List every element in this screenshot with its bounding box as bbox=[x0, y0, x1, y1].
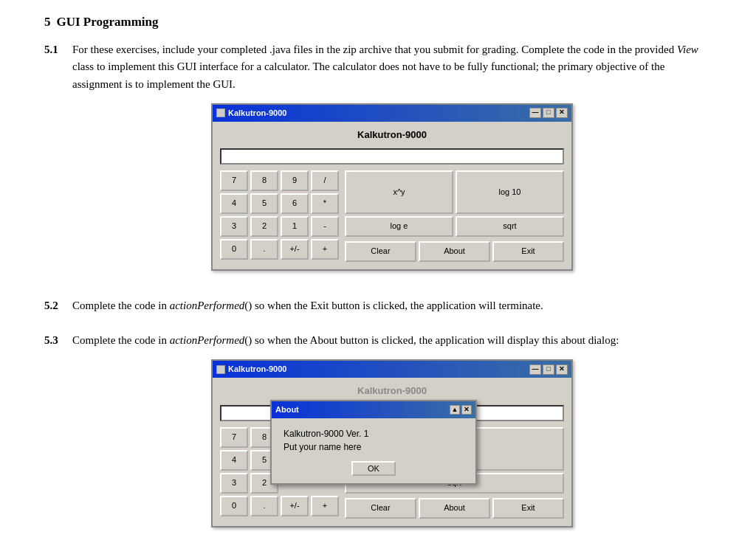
c2-btn-clear[interactable]: Clear bbox=[345, 498, 416, 519]
about-ok-row: OK bbox=[284, 461, 464, 476]
btn-add[interactable]: + bbox=[311, 239, 339, 260]
btn-div[interactable]: / bbox=[311, 170, 339, 191]
section-header: 5 GUI Programming bbox=[44, 15, 712, 30]
calc2-restore-button[interactable]: ― bbox=[529, 364, 541, 375]
dialog-up-button[interactable]: ▲ bbox=[450, 405, 460, 415]
btn-sub[interactable]: - bbox=[311, 216, 339, 237]
calc2-wrapper: Kalkutron-9000 ― □ ✕ Kalkutron-9000 bbox=[211, 359, 573, 527]
btn-5[interactable]: 5 bbox=[250, 193, 278, 214]
about-dialog-body: Kalkutron-9000 Ver. 1 Put your name here… bbox=[272, 418, 475, 483]
calc1-right-panel: x^y log 10 log e sqrt Clear About Exit bbox=[345, 170, 564, 262]
close-button[interactable]: ✕ bbox=[556, 108, 568, 118]
btn-1[interactable]: 1 bbox=[281, 216, 309, 237]
calc1-right-top: x^y log 10 bbox=[345, 170, 564, 214]
c2-btn-add[interactable]: + bbox=[311, 496, 339, 516]
btn-about[interactable]: About bbox=[419, 241, 490, 262]
exercise-53-num: 5.3 bbox=[44, 332, 72, 540]
btn-posneg[interactable]: +/- bbox=[281, 239, 309, 260]
about-line2: Put your name here bbox=[284, 440, 464, 454]
about-dialog-title: About bbox=[275, 404, 299, 416]
btn-mul[interactable]: * bbox=[311, 193, 339, 214]
calc2-window-title: Kalkutron-9000 bbox=[220, 384, 564, 398]
calc2-close-button[interactable]: ✕ bbox=[556, 364, 568, 375]
btn-log10[interactable]: log 10 bbox=[456, 170, 564, 214]
dialog-controls[interactable]: ▲ ✕ bbox=[450, 405, 472, 415]
btn-6[interactable]: 6 bbox=[281, 193, 309, 214]
titlebar-icon bbox=[216, 108, 225, 117]
c2-btn-0[interactable]: 0 bbox=[220, 496, 248, 516]
c2-btn-exit[interactable]: Exit bbox=[492, 498, 564, 519]
about-dialog: About ▲ ✕ Kalkutron-9000 Ver. 1 Put your… bbox=[270, 400, 477, 485]
btn-exit[interactable]: Exit bbox=[492, 241, 564, 262]
exercise-51: 5.1 For these exercises, include your co… bbox=[44, 41, 712, 284]
calc1-display[interactable] bbox=[220, 148, 564, 165]
calc2-bottom-buttons: Clear About Exit bbox=[345, 498, 564, 519]
exercise-52: 5.2 Complete the code in actionPerformed… bbox=[44, 297, 712, 319]
restore-button[interactable]: ― bbox=[529, 108, 541, 118]
exercise-52-text: Complete the code in actionPerformed() s… bbox=[72, 297, 712, 319]
calc1-titlebar: Kalkutron-9000 ― □ ✕ bbox=[213, 105, 571, 122]
calc2-titlebar-icon bbox=[216, 365, 225, 374]
c2-btn-posneg[interactable]: +/- bbox=[281, 496, 309, 516]
calc1-bottom-buttons: Clear About Exit bbox=[345, 241, 564, 262]
btn-9[interactable]: 9 bbox=[281, 170, 309, 191]
c2-btn-about[interactable]: About bbox=[419, 498, 490, 519]
btn-2[interactable]: 2 bbox=[250, 216, 278, 237]
c2-btn-3[interactable]: 3 bbox=[220, 473, 248, 494]
c2-btn-dot[interactable]: . bbox=[250, 496, 278, 516]
exercise-53: 5.3 Complete the code in actionPerformed… bbox=[44, 332, 712, 540]
section-number: 5 bbox=[44, 15, 51, 30]
calc2-titlebar: Kalkutron-9000 ― □ ✕ bbox=[213, 361, 571, 378]
maximize-button[interactable]: □ bbox=[543, 108, 554, 118]
calc2-titlebar-controls[interactable]: ― □ ✕ bbox=[529, 364, 568, 375]
btn-7[interactable]: 7 bbox=[220, 170, 248, 191]
about-dialog-titlebar: About ▲ ✕ bbox=[272, 401, 475, 418]
btn-3[interactable]: 3 bbox=[220, 216, 248, 237]
calc2-title-text: Kalkutron-9000 bbox=[228, 363, 286, 376]
calc1-layout: 7 8 9 / 4 5 6 * 3 2 1 - 0 bbox=[220, 170, 564, 262]
btn-xpowy[interactable]: x^y bbox=[345, 170, 453, 214]
titlebar-controls[interactable]: ― □ ✕ bbox=[529, 108, 568, 118]
about-line1: Kalkutron-9000 Ver. 1 bbox=[284, 427, 464, 440]
btn-clear[interactable]: Clear bbox=[345, 241, 416, 262]
btn-loge[interactable]: log e bbox=[345, 216, 453, 237]
btn-4[interactable]: 4 bbox=[220, 193, 248, 214]
calc1-title-text: Kalkutron-9000 bbox=[228, 107, 286, 120]
btn-dot[interactable]: . bbox=[250, 239, 278, 260]
calc1-body: Kalkutron-9000 7 8 9 / 4 5 6 * 3 bbox=[213, 122, 571, 269]
calculator-1-window: Kalkutron-9000 ― □ ✕ Kalkutron-9000 7 8 bbox=[211, 103, 573, 271]
dialog-close-button[interactable]: ✕ bbox=[461, 405, 472, 415]
about-dialog-text: Kalkutron-9000 Ver. 1 Put your name here bbox=[284, 427, 464, 454]
calc2-maximize-button[interactable]: □ bbox=[543, 364, 554, 375]
btn-8[interactable]: 8 bbox=[250, 170, 278, 191]
calc1-numpad: 7 8 9 / 4 5 6 * 3 2 1 - 0 bbox=[220, 170, 339, 262]
exercise-51-num: 5.1 bbox=[44, 41, 72, 284]
btn-sqrt[interactable]: sqrt bbox=[456, 216, 564, 237]
calc1-right-mid: log e sqrt bbox=[345, 216, 564, 237]
exercise-51-text: For these exercises, include your comple… bbox=[72, 41, 712, 284]
exercise-52-num: 5.2 bbox=[44, 297, 72, 319]
c2-btn-7[interactable]: 7 bbox=[220, 427, 248, 448]
calc1-window-title: Kalkutron-9000 bbox=[220, 128, 564, 142]
c2-btn-4[interactable]: 4 bbox=[220, 450, 248, 471]
btn-0[interactable]: 0 bbox=[220, 239, 248, 260]
calculator-1-container: Kalkutron-9000 ― □ ✕ Kalkutron-9000 7 8 bbox=[72, 103, 712, 271]
section-label: GUI Programming bbox=[57, 15, 159, 30]
calculator-2-container: Kalkutron-9000 ― □ ✕ Kalkutron-9000 bbox=[72, 359, 712, 527]
about-ok-button[interactable]: OK bbox=[351, 461, 396, 476]
exercise-53-text: Complete the code in actionPerformed() s… bbox=[72, 332, 712, 540]
